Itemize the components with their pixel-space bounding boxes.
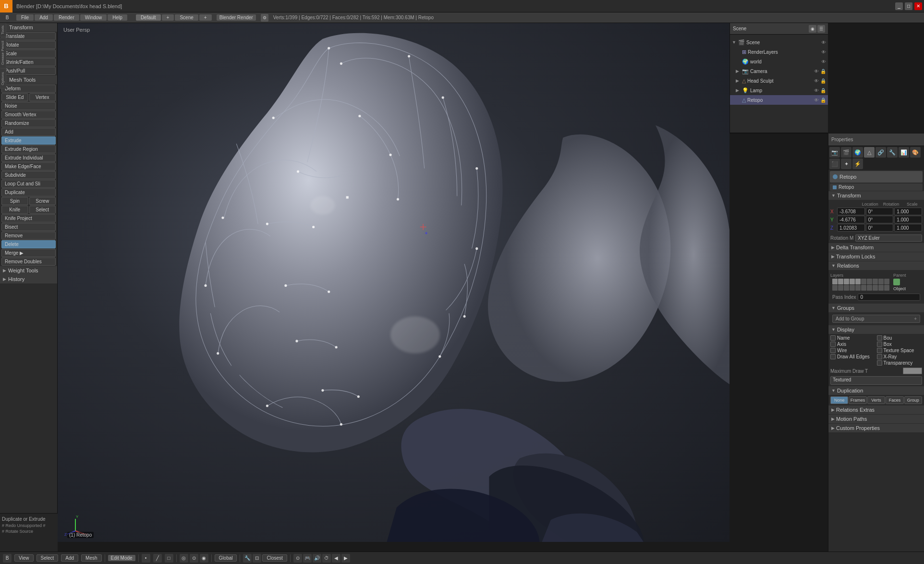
- layer-17[interactable]: [867, 285, 872, 291]
- tree-item-camera[interactable]: ▶ 📷 Camera 👁 🔒: [730, 66, 828, 76]
- close-button[interactable]: ✕: [914, 2, 922, 10]
- subdivide-button[interactable]: Subdivide: [1, 171, 56, 179]
- tree-item-lamp[interactable]: ▶ 💡 Lamp 👁 🔒: [730, 86, 828, 95]
- prop-tab-physics[interactable]: ⚡: [852, 159, 863, 169]
- select-button[interactable]: Select: [29, 206, 56, 214]
- noise-button[interactable]: Noise: [1, 102, 56, 110]
- box-checkbox[interactable]: [877, 342, 882, 347]
- menu-window[interactable]: Window: [80, 14, 107, 21]
- outliner-view-icon[interactable]: ◉: [809, 25, 816, 33]
- workspace-tab-scene[interactable]: Scene: [175, 14, 198, 21]
- dup-frames-button[interactable]: Frames: [849, 396, 866, 404]
- layer-14[interactable]: [850, 285, 855, 291]
- scale-z-value[interactable]: 1.000: [894, 224, 922, 232]
- loc-x-value[interactable]: -3.6708: [837, 208, 865, 215]
- pass-index-value[interactable]: 0: [858, 294, 920, 301]
- tree-item-retopo[interactable]: △ Retopo 👁 🔒: [730, 95, 828, 105]
- relations-extras-header[interactable]: ▶ Relations Extras: [828, 405, 924, 414]
- dup-group-button[interactable]: Group: [904, 396, 922, 404]
- main-viewport[interactable]: User Persp: [58, 23, 729, 542]
- wire-checkbox[interactable]: [830, 348, 836, 353]
- layer-9[interactable]: [878, 279, 884, 284]
- display-header[interactable]: ▼ Display: [828, 325, 924, 334]
- extrude-individual-button[interactable]: Extrude Individual: [1, 154, 56, 162]
- workspace-add[interactable]: +: [162, 14, 174, 21]
- layer-15[interactable]: [855, 285, 861, 291]
- textured-select[interactable]: Textured: [830, 376, 922, 385]
- view-menu-button[interactable]: View: [14, 554, 34, 562]
- render-engine[interactable]: Blender Render: [217, 14, 256, 21]
- tree-item-world[interactable]: 🌍 world 👁: [730, 57, 828, 66]
- weight-tools-section[interactable]: ▶ Weight Tools: [0, 266, 57, 275]
- knife-button[interactable]: Knife: [1, 206, 28, 214]
- knife-project-button[interactable]: Knife Project: [1, 214, 56, 222]
- workspace-tab-default[interactable]: Default: [136, 14, 161, 21]
- prop-tab-texture[interactable]: ⬛: [829, 159, 840, 169]
- layer-16[interactable]: [861, 285, 866, 291]
- mesh-tools-section-header[interactable]: ▼ Mesh Tools: [0, 75, 57, 84]
- merge-button[interactable]: Merge ▶: [1, 249, 56, 257]
- engine-icon[interactable]: ⚙: [261, 14, 268, 22]
- layer-4[interactable]: [850, 279, 855, 284]
- layer-1[interactable]: [832, 279, 838, 284]
- minimize-button[interactable]: _: [895, 2, 903, 10]
- scale-button[interactable]: Scale: [1, 49, 56, 58]
- maximize-button[interactable]: □: [905, 2, 912, 10]
- layer-19[interactable]: [878, 285, 884, 291]
- dup-verts-button[interactable]: Verts: [867, 396, 885, 404]
- bou-checkbox[interactable]: [877, 335, 882, 341]
- gp-tab-tools[interactable]: Tools: [0, 23, 6, 37]
- deform-button[interactable]: Deform: [1, 85, 56, 93]
- scale-x-value[interactable]: 1.000: [894, 208, 922, 215]
- loc-y-value[interactable]: -4.6776: [837, 216, 865, 223]
- mesh-menu-button[interactable]: Mesh: [81, 554, 101, 562]
- layer-8[interactable]: [873, 279, 878, 284]
- layer-12[interactable]: [838, 285, 843, 291]
- gp-tab-grease[interactable]: Grease Pencil: [0, 37, 6, 68]
- icon-r1[interactable]: ⊙: [293, 554, 302, 563]
- global-button[interactable]: Global: [215, 554, 237, 562]
- randomize-button[interactable]: Randomize: [1, 119, 56, 127]
- spin-button[interactable]: Spin: [1, 197, 28, 205]
- layer-11[interactable]: [832, 285, 838, 291]
- extrude-button[interactable]: Extrude: [1, 136, 56, 145]
- prop-tab-material[interactable]: 🎨: [910, 147, 921, 158]
- name-checkbox[interactable]: [830, 335, 836, 341]
- blender-bottom-icon[interactable]: B: [3, 554, 12, 563]
- icon-2[interactable]: ⊙: [190, 554, 198, 563]
- rot-y-value[interactable]: 0°: [866, 216, 894, 223]
- menu-add[interactable]: Add: [35, 14, 53, 21]
- screw-button[interactable]: Screw: [29, 197, 56, 205]
- icon-r4[interactable]: ⏱: [322, 554, 331, 563]
- custom-properties-header[interactable]: ▶ Custom Properties: [828, 424, 924, 432]
- gp-tab-options[interactable]: Options: [0, 69, 6, 89]
- dup-none-button[interactable]: None: [830, 396, 848, 404]
- scale-y-value[interactable]: 1.000: [894, 216, 922, 223]
- edge-select-icon[interactable]: ╱: [153, 554, 162, 563]
- axis-checkbox[interactable]: [830, 342, 836, 347]
- groups-header[interactable]: ▼ Groups: [828, 304, 924, 312]
- remove-button[interactable]: Remove: [1, 232, 56, 240]
- texture-space-checkbox[interactable]: [877, 348, 882, 353]
- workspace-close[interactable]: +: [199, 14, 212, 21]
- smooth-vertex-button[interactable]: Smooth Vertex: [1, 110, 56, 119]
- layer-2[interactable]: [838, 279, 843, 284]
- transparency-checkbox[interactable]: [877, 360, 882, 366]
- delete-button[interactable]: Delete: [1, 240, 56, 248]
- icon-3[interactable]: ◉: [200, 554, 208, 563]
- prop-tab-scene[interactable]: 🎬: [841, 147, 851, 158]
- dup-faces-button[interactable]: Faces: [886, 396, 903, 404]
- icon-r6[interactable]: ▶: [341, 554, 350, 563]
- prop-tab-world[interactable]: 🌍: [852, 147, 863, 158]
- scene-eye[interactable]: 👁: [821, 40, 826, 45]
- prop-tab-particles[interactable]: ✦: [841, 159, 851, 169]
- rotate-button[interactable]: Rotate: [1, 41, 56, 49]
- layer-13[interactable]: [844, 285, 849, 291]
- prop-tab-constraints[interactable]: 🔗: [875, 147, 886, 158]
- motion-paths-header[interactable]: ▶ Motion Paths: [828, 415, 924, 423]
- layer-6[interactable]: [861, 279, 866, 284]
- vertex-button[interactable]: Vertex: [29, 93, 56, 101]
- select-menu-button[interactable]: Select: [36, 554, 59, 562]
- rot-x-value[interactable]: 0°: [866, 208, 894, 215]
- extrude-region-button[interactable]: Extrude Region: [1, 145, 56, 153]
